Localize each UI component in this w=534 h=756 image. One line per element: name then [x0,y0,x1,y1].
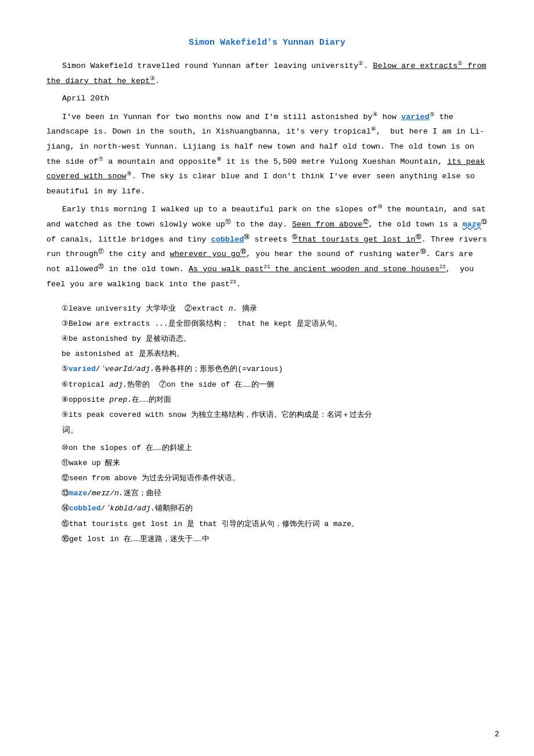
note-9: ⑩on the slopes of 在……的斜坡上 [46,441,488,455]
that-tourists-phrase: ⑮that tourists get lost in⑯ [292,235,421,244]
superscript-4: ④ [373,111,378,117]
note-6-italic: adj. [109,380,127,389]
superscript-10: ⑩ [377,204,383,210]
superscript-11: ⑪ [225,219,231,225]
superscript-9: ⑨ [127,171,132,177]
note-5-word: varied [68,365,96,373]
superscript-21: 21 [264,264,270,269]
superscript-22: 22 [439,264,446,269]
superscript-15: ⑮ [292,233,298,240]
note-10: ⑪wake up 醒来 [46,456,488,470]
page-container: Simon Wakefield's Yunnan Diary Simon Wak… [46,35,488,546]
superscript-17: ⑰ [98,249,104,255]
page-title: Simon Wakefield's Yunnan Diary [46,35,488,51]
cobbled-word: cobbled [211,235,244,244]
note-3: ④be astonished by 是被动语态。 [46,332,488,346]
note-11: ⑫seen from above 为过去分词短语作条件状语。 [46,471,488,485]
underlined-below-are: Below are extracts② from the diary that … [46,62,486,85]
paragraph-1: I've been in Yunnan for two months now a… [46,110,488,199]
wherever-phrase: wherever you go⑱ [170,250,247,258]
note-12-word: maze [69,489,87,498]
superscript-3: ③ [150,75,155,81]
date-line: April 20th [46,92,488,106]
note-8-cont: 词。 [46,423,488,438]
notes-section: ①leave university 大学毕业 ②extract n. 摘录 ③B… [46,302,488,546]
note-8: ⑨its peak covered with snow 为独立主格结构，作状语。… [46,408,488,422]
note-15: ⑯get lost in 在……里迷路，迷失于……中 [46,532,488,546]
superscript-13: ⑬ [481,219,487,225]
note-13-word: cobbled [69,504,101,513]
note-13-phonetic: ˈkɒbld/adj. [105,504,155,513]
superscript-18: ⑱ [240,249,246,255]
seen-from-above: Seen from above⑫ [292,220,369,229]
maze-word: maze [463,220,481,229]
superscript-12: ⑫ [363,219,369,225]
intro-paragraph: Simon Wakefield travelled round Yunnan a… [46,59,488,88]
note-12-phonetic: meɪz/n. [92,489,124,498]
superscript-1: ① [358,60,363,67]
note-5: ⑤varied/ˈveərId/adj.各种各样的；形形色色的(=various… [46,362,488,376]
note-2: ③Below are extracts ...是全部倒装结构； that he … [46,317,488,331]
page-number: 2 [495,730,499,739]
note-12: ⑬maze/meɪz/n.迷宫；曲径 [46,487,488,501]
note-5-phonetic: ˈveərId/adj. [100,365,155,373]
note-1: ①leave university 大学毕业 ②extract n. 摘录 [46,302,488,316]
superscript-20: ⑳ [98,263,104,269]
note-7-italic: prep. [109,395,132,404]
superscript-19: ⑲ [420,249,426,255]
superscript-6: ⑥ [371,126,376,132]
note-14: ⑮that tourists get lost in 是 that 引导的定语从… [46,517,488,531]
paragraph-2: Early this morning I walked up to a beau… [46,202,488,291]
as-you-walk-phrase: As you walk past21 the ancient wooden an… [189,265,446,273]
varied-word: varied [401,113,430,121]
superscript-16: ⑯ [416,233,421,240]
note-1-italic: n. [229,304,238,313]
superscript-14: ⑭ [244,233,250,240]
superscript-5: ⑤ [430,111,435,117]
note-7: ⑧opposite prep.在……的对面 [46,393,488,407]
superscript-23: 23 [230,279,236,285]
superscript-2: ② [457,60,463,67]
note-4: be astonished at 是系表结构。 [46,347,488,361]
superscript-8: ⑧ [217,156,222,162]
peak-phrase: its peak covered with snow [46,157,485,181]
superscript-7: ⑦ [98,156,103,162]
note-13: ⑭cobbled/ˈkɒbld/adj.铺鹅卵石的 [46,502,488,516]
note-6: ⑥tropical adj.热带的 ⑦on the side of 在……的一侧 [46,378,488,392]
